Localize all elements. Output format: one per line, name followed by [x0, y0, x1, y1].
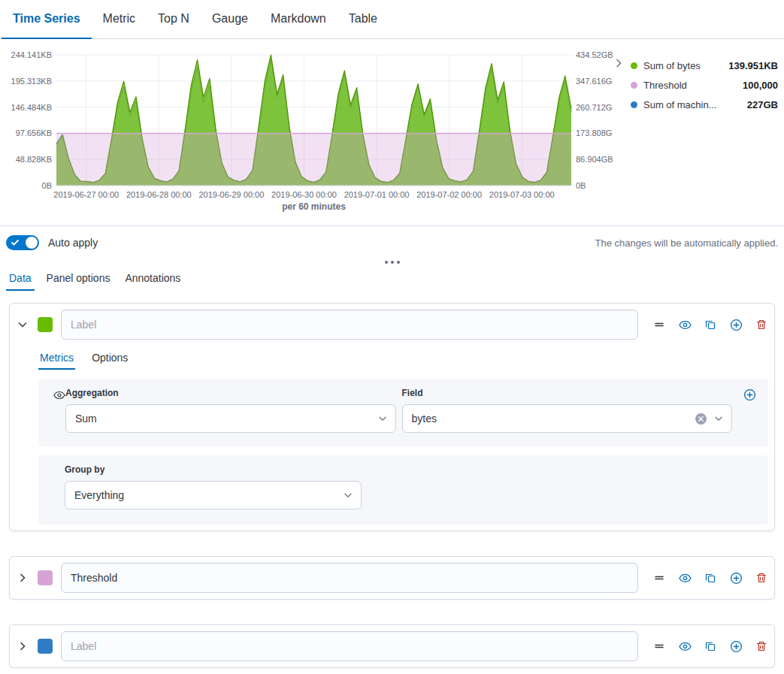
toggle-series-visibility-button[interactable] — [678, 571, 692, 585]
tab-annotations[interactable]: Annotations — [122, 267, 183, 291]
tab-metric[interactable]: Metric — [92, 0, 147, 39]
tab-gauge[interactable]: Gauge — [201, 0, 259, 39]
tab-time-series[interactable]: Time Series — [2, 0, 92, 39]
series-panel-2 — [9, 556, 775, 600]
tsvb-editor: Time Series Metric Top N Gauge Markdown … — [0, 0, 784, 674]
eye-icon — [679, 572, 692, 585]
drag-series-button[interactable] — [652, 639, 666, 653]
add-series-button[interactable] — [729, 318, 743, 331]
tab-data[interactable]: Data — [6, 267, 35, 291]
series-header — [16, 310, 768, 340]
legend-item-threshold[interactable]: Threshold 100,000 — [631, 75, 778, 95]
series-color-dot — [631, 101, 637, 108]
legend-collapse-button[interactable] — [613, 57, 631, 213]
legend-value: 227GB — [747, 99, 778, 110]
clone-series-button[interactable] — [704, 639, 717, 653]
group-by-select[interactable]: Everything — [65, 481, 362, 509]
svg-text:48.828KB: 48.828KB — [16, 155, 52, 164]
legend-label: Sum of bytes — [643, 60, 701, 71]
delete-series-button[interactable] — [755, 571, 768, 585]
field-value: bytes — [412, 413, 437, 425]
resize-handle[interactable] — [0, 252, 784, 267]
cross-in-circle-icon — [695, 413, 707, 425]
add-metric-button[interactable] — [743, 388, 756, 401]
svg-text:2019-06-29 00:00: 2019-06-29 00:00 — [198, 190, 264, 199]
field-combo-box[interactable]: bytes — [402, 404, 733, 433]
svg-text:per 60 minutes: per 60 minutes — [282, 201, 346, 212]
series-actions — [652, 571, 768, 585]
drag-series-button[interactable] — [652, 571, 666, 585]
expand-series-button[interactable] — [16, 639, 29, 653]
clone-series-button[interactable] — [704, 318, 717, 331]
series-body: Metrics Options Aggregation Sum — [16, 347, 768, 524]
eye-icon — [679, 319, 692, 331]
aggregation-group: Aggregation Sum — [65, 388, 396, 433]
svg-text:2019-07-03 00:00: 2019-07-03 00:00 — [489, 190, 555, 199]
series-color-swatch[interactable] — [38, 570, 53, 585]
copy-icon — [704, 640, 716, 652]
chevron-right-icon — [613, 57, 625, 69]
svg-text:97.656KB: 97.656KB — [16, 128, 52, 138]
svg-text:146.484KB: 146.484KB — [11, 103, 52, 112]
tab-top-n[interactable]: Top N — [147, 0, 201, 39]
visualization-type-tabs: Time Series Metric Top N Gauge Markdown … — [0, 0, 784, 39]
series-color-swatch[interactable] — [38, 317, 53, 332]
legend-value: 100,000 — [743, 80, 778, 91]
drag-series-button[interactable] — [652, 318, 666, 331]
metric-visibility-button[interactable] — [53, 389, 65, 404]
field-group: Field bytes — [402, 388, 733, 433]
chevron-down-icon — [377, 413, 388, 424]
grab-handle-icon — [653, 319, 665, 331]
grab-handle-icon — [653, 572, 665, 584]
series-panel-1: Metrics Options Aggregation Sum — [9, 303, 775, 531]
series-actions — [652, 639, 768, 653]
plus-in-circle-icon — [730, 319, 743, 331]
add-series-button[interactable] — [729, 571, 743, 585]
tab-panel-options[interactable]: Panel options — [44, 267, 114, 291]
clear-field-button[interactable] — [695, 413, 707, 425]
series-label-input[interactable] — [61, 310, 638, 340]
toggle-series-visibility-button[interactable] — [678, 639, 692, 653]
plus-in-circle-icon — [730, 572, 743, 585]
svg-text:2019-07-02 00:00: 2019-07-02 00:00 — [416, 190, 482, 199]
chart-section: 0B0B48.828KB86.904GB97.656KB173.808GB146… — [0, 39, 784, 213]
add-series-button[interactable] — [729, 639, 743, 653]
handle-dot — [397, 261, 400, 264]
series-color-swatch[interactable] — [38, 639, 53, 654]
tab-metrics[interactable]: Metrics — [38, 347, 75, 370]
svg-text:0B: 0B — [42, 181, 52, 190]
group-by-row: Group by Everything — [38, 455, 768, 524]
eye-icon — [679, 640, 692, 653]
svg-text:86.904GB: 86.904GB — [576, 155, 613, 164]
metric-fields: Aggregation Sum Field bytes — [65, 388, 732, 433]
series-header — [16, 563, 768, 593]
svg-text:0B: 0B — [576, 181, 586, 190]
toggle-knob — [26, 237, 38, 249]
time-series-chart[interactable]: 0B0B48.828KB86.904GB97.656KB173.808GB146… — [0, 47, 613, 213]
aggregation-select[interactable]: Sum — [65, 404, 396, 433]
delete-series-button[interactable] — [755, 639, 768, 653]
expand-series-button[interactable] — [16, 571, 29, 585]
field-label: Field — [402, 388, 733, 398]
series-label-input[interactable] — [61, 631, 638, 661]
aggregation-value: Sum — [75, 413, 97, 425]
auto-apply-toggle[interactable] — [6, 235, 39, 250]
svg-text:2019-07-01 00:00: 2019-07-01 00:00 — [344, 190, 410, 199]
trash-icon — [755, 572, 767, 584]
tab-options[interactable]: Options — [90, 347, 129, 370]
check-icon — [11, 239, 19, 246]
tab-table[interactable]: Table — [338, 0, 389, 39]
legend-item-sum-of-machine-ram[interactable]: Sum of machin... 227GB — [631, 95, 778, 114]
chevron-down-icon — [713, 413, 724, 424]
svg-text:347.616GB: 347.616GB — [576, 77, 613, 86]
delete-series-button[interactable] — [755, 318, 768, 331]
toggle-series-visibility-button[interactable] — [678, 318, 692, 331]
series-label-input[interactable] — [61, 563, 638, 593]
clone-series-button[interactable] — [704, 571, 717, 585]
legend-item-sum-of-bytes[interactable]: Sum of bytes 139.951KB — [631, 56, 778, 75]
legend-value: 139.951KB — [728, 60, 778, 71]
tab-markdown[interactable]: Markdown — [259, 0, 338, 39]
aggregation-label: Aggregation — [65, 388, 396, 398]
metric-row: Aggregation Sum Field bytes — [38, 379, 768, 446]
collapse-series-button[interactable] — [16, 318, 29, 331]
